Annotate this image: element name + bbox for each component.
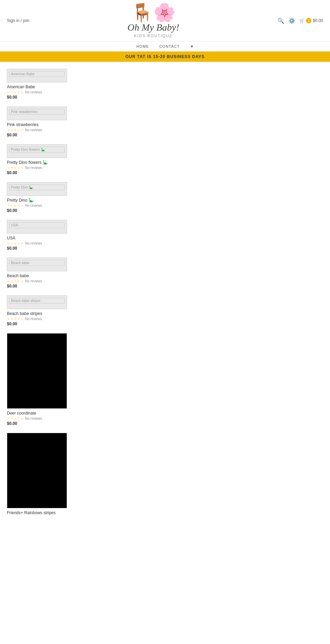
product-title: Deer coordinate	[7, 411, 79, 416]
product-rating: ★ ★ ★ ★ ★ No reviews	[7, 317, 79, 321]
cart-badge: 1	[306, 18, 311, 23]
review-count: No reviews	[25, 317, 42, 321]
product-price: $0.00	[7, 208, 79, 213]
star-3: ★	[14, 90, 17, 94]
header-actions: 🔍 ⚙️ 🛒 1 $0.00	[277, 18, 323, 24]
product-price: $0.00	[7, 284, 79, 289]
star-3: ★	[14, 128, 17, 132]
nav-item-home[interactable]: HOME	[136, 44, 149, 48]
product-card[interactable]: Pink strawberries Pink strawberries ★ ★ …	[7, 106, 79, 137]
star-1: ★	[7, 166, 10, 170]
product-rating: ★ ★ ★ ★ ★ No reviews	[7, 204, 79, 207]
header-auth: Sign in / join	[7, 18, 29, 23]
star-5: ★	[21, 241, 24, 245]
product-title: USA	[7, 236, 79, 240]
star-2: ★	[10, 128, 13, 132]
cart-button[interactable]: 🛒 1 $0.00	[299, 18, 323, 23]
product-rating: ★ ★ ★ ★ ★ No reviews	[7, 241, 79, 245]
logo-illustration: 🪑🌸	[29, 3, 277, 21]
product-thumbnail[interactable]: Beach babe	[7, 258, 67, 271]
product-card[interactable]: Pretty Dino 🦕 Pretty Dino 🦕 ★ ★ ★ ★ ★ No…	[7, 182, 79, 213]
product-rating: ★ ★ ★ ★ ★ No reviews	[7, 128, 79, 132]
settings-icon[interactable]: ⚙️	[288, 18, 295, 24]
star-1: ★	[7, 241, 10, 245]
cart-amount: $0.00	[313, 18, 323, 23]
product-thumb-label: Beach babe stripes	[9, 298, 65, 304]
product-list: American Babe American Babe ★ ★ ★ ★ ★ No…	[0, 62, 330, 529]
product-price: $0.00	[7, 133, 79, 137]
star-4: ★	[17, 166, 20, 170]
product-card[interactable]: Friends+ Rainbows stripes	[7, 433, 79, 515]
product-title: American Babe	[7, 84, 79, 89]
nav-item-contact[interactable]: CONTACT	[159, 44, 179, 48]
review-count: No reviews	[25, 241, 42, 245]
star-5: ★	[21, 317, 24, 321]
star-4: ★	[17, 417, 20, 420]
product-card[interactable]: USA USA ★ ★ ★ ★ ★ No reviews $0.00	[7, 220, 79, 251]
star-4: ★	[17, 128, 20, 132]
star-1: ★	[7, 128, 10, 132]
stars: ★ ★ ★ ★ ★	[7, 90, 24, 94]
product-thumbnail[interactable]: Beach babe stripes	[7, 295, 67, 309]
product-thumbnail[interactable]: Pretty Dino 🦕	[7, 182, 67, 196]
header: Sign in / join 🪑🌸 Oh My Baby! Kids bouti…	[0, 0, 330, 42]
product-card[interactable]: Deer coordinate ★ ★ ★ ★ ★ No reviews $0.…	[7, 333, 79, 426]
star-5: ★	[21, 128, 24, 132]
review-count: No reviews	[25, 279, 42, 283]
star-1: ★	[7, 317, 10, 321]
product-rating: ★ ★ ★ ★ ★ No reviews	[7, 166, 79, 170]
stars: ★ ★ ★ ★ ★	[7, 166, 24, 170]
product-title: Friends+ Rainbows stripes	[7, 510, 79, 515]
star-2: ★	[10, 204, 13, 207]
product-title: Pink strawberries	[7, 122, 79, 127]
star-4: ★	[17, 90, 20, 94]
star-5: ★	[21, 417, 24, 420]
star-1: ★	[7, 90, 10, 94]
review-count: No reviews	[25, 128, 42, 132]
product-thumbnail[interactable]	[7, 333, 67, 409]
star-3: ★	[14, 204, 17, 207]
product-thumbnail[interactable]	[7, 433, 67, 508]
star-2: ★	[10, 417, 13, 420]
product-card[interactable]: Beach babe stripes Beach babe stripes ★ …	[7, 295, 79, 326]
stars: ★ ★ ★ ★ ★	[7, 279, 24, 283]
product-thumbnail[interactable]: American Babe	[7, 69, 67, 82]
join-link[interactable]: join	[23, 18, 30, 23]
product-thumbnail[interactable]: Pretty Dino flowers 🦕	[7, 144, 67, 158]
star-5: ★	[21, 90, 24, 94]
star-1: ★	[7, 279, 10, 283]
logo-text: Oh My Baby!	[29, 22, 277, 33]
star-3: ★	[14, 417, 17, 420]
product-thumb-label: Pink strawberries	[9, 109, 65, 115]
product-thumbnail[interactable]: USA	[7, 220, 67, 234]
star-2: ★	[10, 317, 13, 321]
product-thumb-label: Beach babe	[9, 260, 65, 266]
product-card[interactable]: Beach babe Beach babe ★ ★ ★ ★ ★ No revie…	[7, 258, 79, 289]
stars: ★ ★ ★ ★ ★	[7, 204, 24, 207]
product-title: Pretty Dino 🦕	[7, 198, 79, 203]
nav-dropdown-icon[interactable]: ▼	[190, 44, 194, 48]
product-price: $0.00	[7, 95, 79, 100]
product-rating: ★ ★ ★ ★ ★ No reviews	[7, 417, 79, 420]
star-5: ★	[21, 166, 24, 170]
review-count: No reviews	[25, 90, 42, 94]
product-thumb-label: Pretty Dino 🦕	[9, 184, 65, 190]
product-title: Beach babe	[7, 273, 79, 278]
search-icon[interactable]: 🔍	[277, 18, 284, 24]
star-3: ★	[14, 317, 17, 321]
product-thumbnail[interactable]: Pink strawberries	[7, 106, 67, 120]
review-count: No reviews	[25, 417, 42, 420]
star-2: ★	[10, 241, 13, 245]
stars: ★ ★ ★ ★ ★	[7, 417, 24, 420]
product-price: $0.00	[7, 421, 79, 426]
logo-sub: Kids boutique	[29, 34, 277, 38]
stars: ★ ★ ★ ★ ★	[7, 128, 24, 132]
auth-separator: /	[21, 18, 23, 23]
star-4: ★	[17, 317, 20, 321]
star-1: ★	[7, 204, 10, 207]
product-card[interactable]: Pretty Dino flowers 🦕 Pretty Dino flower…	[7, 144, 79, 175]
sign-in-link[interactable]: Sign in	[7, 18, 20, 23]
product-card[interactable]: American Babe American Babe ★ ★ ★ ★ ★ No…	[7, 69, 79, 100]
star-2: ★	[10, 279, 13, 283]
product-price: $0.00	[7, 246, 79, 251]
